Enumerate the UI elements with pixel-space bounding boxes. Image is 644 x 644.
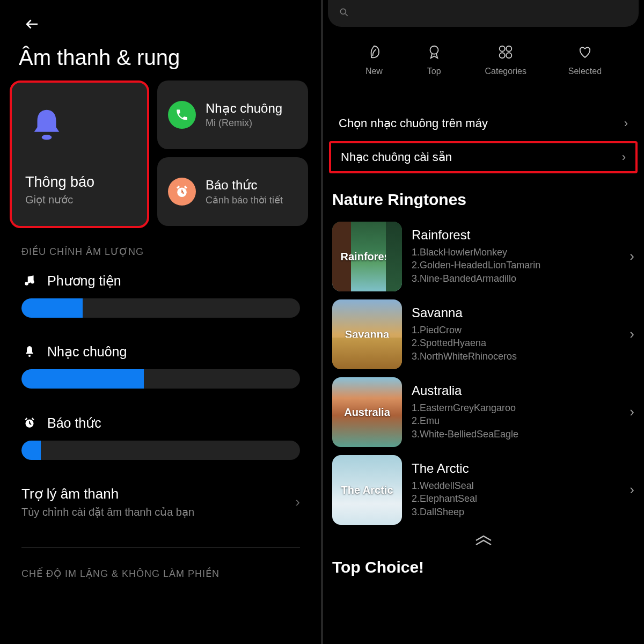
- phone-icon: [168, 101, 196, 129]
- svg-point-9: [507, 46, 512, 52]
- sound-assistant-subtitle: Tùy chỉnh cài đặt âm thanh của bạn: [21, 506, 295, 518]
- svg-point-10: [500, 53, 505, 58]
- svg-point-6: [340, 9, 346, 14]
- tab-selected[interactable]: Selected: [568, 43, 602, 76]
- ringtone-track: 2.Golden-HeadedLionTamarin: [412, 259, 620, 272]
- alarm-volume-slider[interactable]: [21, 441, 300, 460]
- scroll-up-indicator[interactable]: [473, 534, 494, 549]
- sound-cards: Thông báo Giọt nước Nhạc chuông Mi (Remi…: [10, 80, 308, 228]
- dnd-section-label: CHẾ ĐỘ IM LẶNG & KHÔNG LÀM PHIỀN: [21, 568, 219, 580]
- alarm-card-subtitle: Cảnh báo thời tiết: [206, 194, 283, 206]
- tab-categories-label: Categories: [485, 67, 526, 76]
- tab-new[interactable]: New: [365, 43, 383, 76]
- ringtone-track: 3.NorthWhiteRhinoceros: [412, 350, 620, 363]
- music-note-icon: [21, 273, 38, 289]
- ringtone-item-rainforest[interactable]: Rainforest Rainforest 1.BlackHowlerMonke…: [332, 217, 634, 295]
- ringtone-track: 3.Nine-BandedArmadillo: [412, 272, 620, 285]
- ringtone-item-australia[interactable]: Australia Australia 1.EasternGreyKangaro…: [332, 373, 634, 451]
- svg-point-8: [500, 46, 505, 52]
- thumb-label: The Arctic: [332, 484, 402, 496]
- ringtone-track: 1.PiedCrow: [412, 324, 620, 336]
- bell-small-icon: [21, 343, 38, 360]
- ringtone-card-subtitle: Mi (Remix): [206, 118, 282, 129]
- ringtone-volume-label: Nhạc chuông: [47, 344, 127, 360]
- ringtone-picker-pane: New Top Categories Selected Chọn nhạc ch…: [323, 0, 644, 644]
- nature-ringtones-heading: Nature Ringtones: [332, 191, 466, 209]
- back-button[interactable]: [24, 16, 40, 36]
- heart-icon: [576, 43, 594, 61]
- preinstalled-ringtone-row[interactable]: Nhạc chuông cài sẵn ›: [329, 141, 638, 173]
- leaf-icon: [365, 43, 383, 61]
- media-volume-fill: [21, 298, 83, 318]
- svg-point-0: [42, 135, 52, 140]
- notification-card[interactable]: Thông báo Giọt nước: [10, 80, 149, 228]
- sound-assistant-row[interactable]: Trợ lý âm thanh Tùy chỉnh cài đặt âm tha…: [21, 486, 300, 518]
- alarm-volume-label: Báo thức: [47, 415, 101, 431]
- local-ringtone-label: Chọn nhạc chuông trên máy: [339, 116, 488, 130]
- local-ringtone-row[interactable]: Chọn nhạc chuông trên máy ›: [329, 107, 638, 140]
- ringtone-card[interactable]: Nhạc chuông Mi (Remix): [157, 80, 308, 149]
- alarm-volume-fill: [21, 441, 41, 460]
- clock-icon: [168, 178, 196, 206]
- tab-top-label: Top: [427, 67, 441, 76]
- volume-section-label: ĐIỀU CHỈNH ÂM LƯỢNG: [21, 246, 144, 258]
- chevron-right-icon: ›: [622, 150, 626, 164]
- ringtone-card-title: Nhạc chuông: [206, 101, 282, 116]
- ringtone-track: 2.Emu: [412, 414, 620, 427]
- ringtone-volume-group: Nhạc chuông: [21, 343, 300, 389]
- notification-card-subtitle: Giọt nước: [25, 193, 134, 206]
- tab-categories[interactable]: Categories: [485, 43, 526, 76]
- ringtone-track: 2.ElephantSeal: [412, 492, 620, 505]
- ringtone-item-arctic[interactable]: The Arctic The Arctic 1.WeddellSeal 2.El…: [332, 451, 634, 529]
- preinstalled-ringtone-label: Nhạc chuông cài sẵn: [341, 150, 452, 164]
- ringtone-track: 3.DallSheep: [412, 506, 620, 518]
- media-volume-slider[interactable]: [21, 298, 300, 318]
- alarm-small-icon: [21, 415, 38, 431]
- ringtone-track: 2.SpottedHyaena: [412, 336, 620, 349]
- tab-selected-label: Selected: [568, 67, 602, 76]
- ringtone-track: 1.EasternGreyKangaroo: [412, 401, 620, 414]
- chevron-right-icon: ›: [630, 404, 634, 420]
- svg-point-2: [25, 282, 28, 286]
- divider: [21, 547, 300, 548]
- ringtone-volume-fill: [21, 369, 144, 389]
- tab-bar: New Top Categories Selected: [323, 43, 644, 76]
- svg-point-3: [31, 280, 34, 284]
- ringtone-thumb: The Arctic: [332, 455, 402, 525]
- settings-pane-left: Âm thanh & rung Thông báo Giọt nước Nhạc…: [0, 0, 321, 644]
- thumb-label: Savanna: [332, 328, 402, 340]
- svg-point-7: [430, 46, 438, 54]
- ringtone-list: Rainforest Rainforest 1.BlackHowlerMonke…: [332, 217, 634, 529]
- chevron-right-icon: ›: [630, 248, 634, 265]
- ringtone-item-savanna[interactable]: Savanna Savanna 1.PiedCrow 2.SpottedHyae…: [332, 295, 634, 373]
- bell-icon: [28, 107, 65, 144]
- ringtone-volume-slider[interactable]: [21, 369, 300, 389]
- tab-new-label: New: [365, 67, 383, 76]
- alarm-card-title: Báo thức: [206, 178, 283, 193]
- chevron-right-icon: ›: [295, 494, 300, 510]
- thumb-label: Rainforest: [332, 250, 402, 262]
- ringtone-name: Rainforest: [412, 228, 620, 243]
- svg-point-11: [507, 53, 512, 58]
- ringtone-track: 3.White-BelliedSeaEagle: [412, 428, 620, 441]
- grid-icon: [496, 43, 515, 61]
- ringtone-name: Australia: [412, 383, 620, 398]
- notification-card-title: Thông báo: [25, 174, 134, 191]
- tab-top[interactable]: Top: [425, 43, 443, 76]
- ringtone-thumb: Rainforest: [332, 222, 402, 291]
- chevron-right-icon: ›: [630, 326, 634, 342]
- page-title: Âm thanh & rung: [19, 46, 180, 70]
- chevron-right-icon: ›: [624, 116, 628, 130]
- search-icon: [339, 7, 349, 20]
- alarm-volume-group: Báo thức: [21, 415, 300, 460]
- ringtone-name: Savanna: [412, 305, 620, 320]
- top-choice-heading: Top Choice!: [332, 558, 424, 576]
- svg-point-4: [28, 355, 31, 357]
- ringtone-track: 1.BlackHowlerMonkey: [412, 246, 620, 259]
- search-bar[interactable]: [328, 0, 639, 27]
- alarm-card[interactable]: Báo thức Cảnh báo thời tiết: [157, 157, 308, 226]
- ringtone-thumb: Savanna: [332, 299, 402, 369]
- media-volume-group: Phương tiện: [21, 273, 300, 318]
- sound-assistant-title: Trợ lý âm thanh: [21, 486, 295, 502]
- chevron-right-icon: ›: [630, 481, 634, 498]
